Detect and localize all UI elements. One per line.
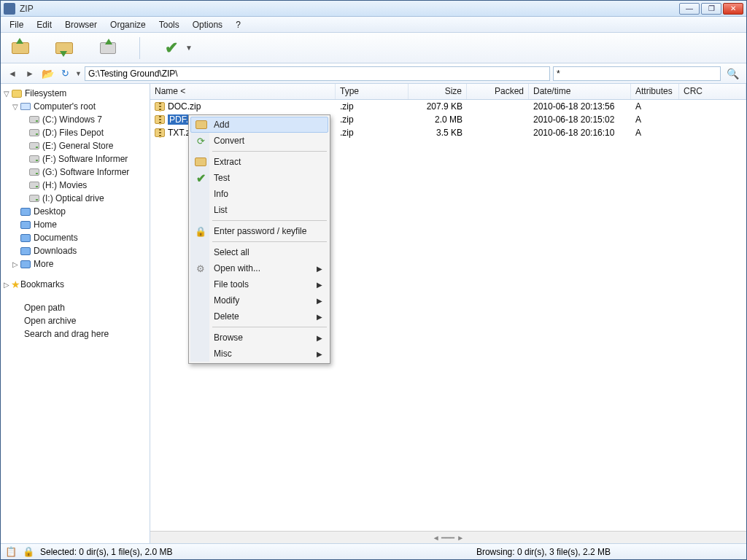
tree-desktop[interactable]: Desktop: [2, 205, 148, 218]
tree-drive-h[interactable]: (H:) Movies: [2, 179, 148, 192]
toolbar-separator: [139, 37, 140, 59]
ctx-browse[interactable]: Browse▶: [190, 330, 328, 346]
nav-back-button[interactable]: ◄: [5, 66, 20, 81]
menu-organize[interactable]: Organize: [104, 18, 152, 31]
sidebar-open-archive[interactable]: Open archive: [2, 314, 148, 327]
ctx-open-with[interactable]: ⚙Open with...▶: [190, 260, 328, 276]
convert-icon: ⟳: [195, 135, 206, 147]
col-packed[interactable]: Packed: [467, 84, 529, 99]
ctx-info[interactable]: Info: [190, 186, 328, 202]
ctx-modify[interactable]: Modify▶: [190, 292, 328, 308]
titlebar: ZIP ― ❐ ✕: [1, 1, 746, 17]
tree-drive-e[interactable]: (E:) General Store: [2, 139, 148, 152]
file-list-pane: Name < Type Size Packed Date/time Attrib…: [150, 84, 746, 543]
zip-icon: [155, 128, 165, 137]
disc-extract-icon: [100, 42, 116, 54]
col-name[interactable]: Name <: [150, 84, 336, 99]
toolbar-test-button[interactable]: ✔: [159, 36, 184, 61]
menu-help[interactable]: ?: [230, 18, 247, 31]
menu-options[interactable]: Options: [187, 18, 228, 31]
gear-icon: ⚙: [195, 262, 206, 274]
ctx-convert[interactable]: ⟳Convert: [190, 133, 328, 149]
extract-icon: [195, 156, 206, 168]
ctx-extract[interactable]: Extract: [190, 154, 328, 170]
toolbar-dropdown-icon[interactable]: ▼: [184, 44, 193, 52]
menu-edit[interactable]: Edit: [31, 18, 58, 31]
clipboard-icon: 📋: [5, 546, 17, 557]
sidebar: ▽Filesystem ▽Computer's root (C:) Window…: [1, 84, 150, 543]
app-window: ZIP ― ❐ ✕ File Edit Browser Organize Too…: [0, 0, 747, 560]
refresh-icon: ↻: [61, 68, 69, 79]
zip-icon: [155, 115, 165, 124]
maximize-button[interactable]: ❐: [701, 3, 721, 15]
horizontal-scrollbar[interactable]: ◄ ━━━ ►: [150, 531, 746, 543]
col-size[interactable]: Size: [409, 84, 467, 99]
lock-icon: 🔒: [195, 225, 206, 237]
ctx-file-tools[interactable]: File tools▶: [190, 276, 328, 292]
status-selected: Selected: 0 dir(s), 1 file(s), 2.0 MB: [40, 547, 172, 557]
list-header: Name < Type Size Packed Date/time Attrib…: [150, 84, 746, 100]
tree-documents[interactable]: Documents: [2, 231, 148, 244]
nav-up-button[interactable]: 📂: [40, 66, 55, 81]
tree-drive-i[interactable]: (I:) Optical drive: [2, 192, 148, 205]
nav-forward-button[interactable]: ►: [23, 66, 37, 81]
chevron-right-icon: ▶: [317, 313, 322, 321]
app-icon: [4, 3, 15, 15]
tree-drive-g[interactable]: (G:) Software Informer: [2, 166, 148, 179]
check-icon: ✔: [165, 39, 178, 58]
file-row[interactable]: DOC.zip .zip 207.9 KB 2010-06-18 20:13:5…: [150, 100, 746, 113]
tree-more[interactable]: ▷More: [2, 257, 148, 271]
context-menu: Add ⟳Convert Extract ✔Test Info List 🔒En…: [188, 114, 330, 364]
tree-drive-c[interactable]: (C:) Windows 7: [2, 113, 148, 126]
menu-browser[interactable]: Browser: [59, 18, 103, 31]
tree-computer-root[interactable]: ▽Computer's root: [2, 100, 148, 113]
ctx-password[interactable]: 🔒Enter password / keyfile: [190, 223, 328, 239]
nav-refresh-button[interactable]: ↻: [58, 66, 72, 81]
chevron-right-icon: ▶: [317, 334, 322, 342]
chevron-right-icon: ▶: [317, 265, 322, 273]
search-icon[interactable]: 🔍: [724, 68, 742, 79]
ctx-list[interactable]: List: [190, 202, 328, 218]
sidebar-open-path[interactable]: Open path: [2, 301, 148, 314]
filter-input[interactable]: [553, 66, 721, 81]
col-attr[interactable]: Attributes: [631, 84, 679, 99]
statusbar: 📋 🔒 Selected: 0 dir(s), 1 file(s), 2.0 M…: [1, 543, 746, 559]
menu-file[interactable]: File: [4, 18, 29, 31]
menu-tools[interactable]: Tools: [153, 18, 185, 31]
check-icon: ✔: [195, 172, 206, 184]
tree-bookmarks[interactable]: ▷★Bookmarks: [2, 278, 148, 291]
ctx-add[interactable]: Add: [190, 117, 328, 133]
address-bar: ◄ ► 📂 ↻ ▼ 🔍: [1, 63, 746, 84]
col-type[interactable]: Type: [336, 84, 409, 99]
ctx-select-all[interactable]: Select all: [190, 244, 328, 260]
close-button[interactable]: ✕: [723, 3, 743, 15]
box-up-icon: [12, 42, 29, 54]
sidebar-search-drag[interactable]: Search and drag here: [2, 327, 148, 341]
ctx-test[interactable]: ✔Test: [190, 170, 328, 186]
tree-home[interactable]: Home: [2, 218, 148, 231]
ctx-delete[interactable]: Delete▶: [190, 308, 328, 324]
window-title: ZIP: [20, 4, 679, 14]
tree-filesystem[interactable]: ▽Filesystem: [2, 87, 148, 100]
tree-drive-d[interactable]: (D:) Files Depot: [2, 126, 148, 139]
chevron-right-icon: ▶: [317, 297, 322, 305]
lock-icon: 🔒: [23, 546, 34, 557]
tree-downloads[interactable]: Downloads: [2, 244, 148, 257]
minimize-button[interactable]: ―: [679, 3, 700, 15]
col-date[interactable]: Date/time: [529, 84, 631, 99]
chevron-right-icon: ▶: [317, 281, 322, 289]
list-body[interactable]: DOC.zip .zip 207.9 KB 2010-06-18 20:13:5…: [150, 100, 746, 531]
nav-dropdown-icon[interactable]: ▼: [75, 70, 82, 77]
ctx-misc[interactable]: Misc▶: [190, 346, 328, 362]
menubar: File Edit Browser Organize Tools Options…: [1, 17, 746, 33]
tree-drive-f[interactable]: (F:) Software Informer: [2, 152, 148, 166]
col-crc[interactable]: CRC: [679, 84, 746, 99]
path-input[interactable]: [85, 66, 550, 81]
toolbar-add-button[interactable]: [8, 36, 33, 61]
toolbar-convert-button[interactable]: [52, 36, 77, 61]
status-browsing: Browsing: 0 dir(s), 3 file(s), 2.2 MB: [476, 547, 611, 557]
toolbar-extract-button[interactable]: [96, 36, 120, 61]
folder-up-icon: 📂: [42, 68, 54, 79]
box-icon: [196, 119, 207, 131]
star-icon: ★: [11, 279, 20, 290]
